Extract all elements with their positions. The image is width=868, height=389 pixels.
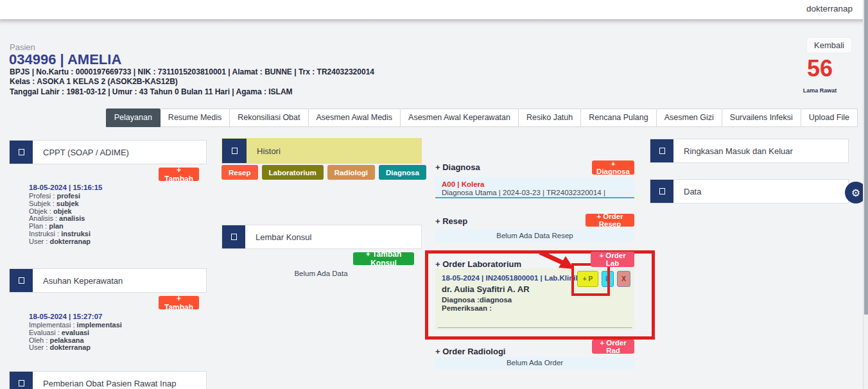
- order-lab-pemeriksaan-line: Pemeriksaan :: [442, 304, 492, 312]
- histori-card-header[interactable]: Histori: [221, 138, 422, 164]
- add-diagnosa-button[interactable]: + Diagnosa: [592, 160, 634, 175]
- order-lab-actions: + P E X: [577, 271, 630, 287]
- add-pemeriksaan-button[interactable]: + P: [577, 271, 598, 287]
- lembar-konsul-empty-text: Belum Ada Data: [221, 270, 421, 277]
- card-square-icon: [650, 139, 673, 162]
- lembar-konsul-title: Lembar Konsul: [245, 225, 311, 248]
- page: dokterranap Pasien 034996 | AMELIA BPJS …: [0, 0, 868, 389]
- diagnosa-heading: + Diagnosa: [435, 162, 480, 172]
- cppt-title: CPPT (SOAP / ADIME): [33, 141, 129, 164]
- order-radiologi-heading: + Order Radiologi: [435, 347, 505, 356]
- asuhan-title: Asuhan Keperawatan: [33, 269, 123, 292]
- logged-in-user[interactable]: dokterranap: [806, 4, 853, 13]
- entry-field: Userdokterranap: [29, 238, 102, 246]
- lembar-konsul-card-header[interactable]: Lembar Konsul: [221, 225, 422, 249]
- histori-laboratorium-button[interactable]: Laboratorium: [262, 165, 324, 180]
- asuhan-entry: 18-05-2024 | 15:27:07 Implementasiimplem…: [29, 313, 122, 352]
- cppt-add-button[interactable]: + Tambah: [159, 168, 199, 181]
- asuhan-add-button[interactable]: + Tambah: [159, 296, 199, 309]
- tambah-konsul-button[interactable]: + Tambah Konsul: [353, 252, 414, 265]
- card-square-icon: [10, 269, 33, 292]
- tab-resume-medis[interactable]: Resume Medis: [161, 108, 230, 127]
- data-card-header[interactable]: Data: [650, 179, 849, 203]
- tab-asesmen-awal-medis[interactable]: Asesmen Awal Medis: [309, 108, 401, 127]
- entry-field: Userdokterranap: [29, 344, 122, 352]
- histori-diagnosa-button[interactable]: Diagnosa: [379, 165, 426, 180]
- histori-radiologi-button[interactable]: Radiologi: [327, 165, 375, 180]
- order-lab-heading: + Order Laboratorium: [435, 259, 521, 269]
- data-title: Data: [673, 180, 701, 203]
- asuhan-entry-datetime: 18-05-2024 | 15:27:07: [29, 313, 122, 320]
- histori-buttons: Resep Laboratorium Radiologi Diagnosa: [221, 165, 426, 180]
- tab-pelayanan[interactable]: Pelayanan: [106, 108, 161, 127]
- annotation-arrow-icon: [538, 249, 575, 271]
- tab-survailens-infeksi[interactable]: Survailens Infeksi: [722, 108, 801, 127]
- order-lab-button[interactable]: + Order Lab: [591, 252, 634, 267]
- scrollbar-thumb[interactable]: [864, 0, 868, 315]
- histori-resep-button[interactable]: Resep: [221, 165, 258, 180]
- ringkasan-title: Ringkasan Masuk dan Keluar: [673, 139, 793, 162]
- card-square-icon: [222, 225, 245, 248]
- pemberian-obat-title: Pemberian Obat Pasien Rawat Inap: [33, 372, 176, 389]
- order-lab-diagnosa-line: Diagnosa :diagnosa: [442, 296, 512, 304]
- resep-heading: + Resep: [435, 216, 467, 226]
- lama-rawat-value: 56: [800, 55, 840, 82]
- ringkasan-card-header[interactable]: Ringkasan Masuk dan Keluar: [650, 139, 849, 163]
- card-square-icon: [650, 180, 673, 203]
- card-square-icon: [222, 139, 247, 163]
- tab-rekonsiliasi-obat[interactable]: Rekonsiliasi Obat: [230, 108, 308, 127]
- cppt-entry-datetime: 18-05-2024 | 15:16:15: [29, 184, 102, 191]
- delete-order-button[interactable]: X: [617, 271, 630, 287]
- vertical-scrollbar[interactable]: [863, 0, 868, 389]
- lama-rawat-label: Lama Rawat: [796, 87, 844, 94]
- tab-bar: Pelayanan Resume Medis Rekonsiliasi Obat…: [106, 108, 858, 127]
- radiologi-empty-box: Belum Ada Order: [435, 357, 634, 369]
- order-lab-entry-box: 18-05-2024 | IN24051800001 | Lab.Klinik …: [435, 268, 634, 330]
- patient-info-line: Tanggal Lahir : 1981-03-12 | Umur : 43 T…: [10, 87, 293, 96]
- order-lab-doctor: dr. Aulia Syafitri A. AR: [442, 284, 530, 294]
- histori-title: Histori: [247, 139, 281, 163]
- tab-rencana-pulang[interactable]: Rencana Pulang: [581, 108, 656, 127]
- tab-resiko-jatuh[interactable]: Resiko Jatuh: [519, 108, 581, 127]
- diagnosa-code: A00 | Kolera: [442, 180, 485, 188]
- cppt-entry: 18-05-2024 | 15:16:15 Profesiprofesi Sub…: [29, 184, 102, 246]
- pemberian-obat-card-header[interactable]: Pemberian Obat Pasien Rawat Inap: [9, 371, 207, 389]
- card-square-icon: [10, 372, 33, 389]
- header-shadow: [0, 19, 868, 26]
- asuhan-card-header[interactable]: Asuhan Keperawatan: [9, 268, 207, 293]
- tab-asesmen-awal-keperawatan[interactable]: Asesmen Awal Keperawatan: [401, 108, 519, 127]
- gear-icon: ⚙: [851, 187, 860, 199]
- patient-info-line: BPJS | No.Kartu : 0000197669733 | NIK : …: [10, 67, 374, 76]
- edit-order-button[interactable]: E: [602, 271, 614, 287]
- order-resep-button[interactable]: + Order Resep: [586, 214, 634, 227]
- order-lab-entry-meta[interactable]: 18-05-2024 | IN24051800001 | Lab.Klinik: [442, 274, 580, 282]
- patient-title: 034996 | AMELIA: [9, 51, 121, 68]
- cppt-card-header[interactable]: CPPT (SOAP / ADIME): [9, 140, 207, 164]
- patient-section-label: Pasien: [10, 42, 35, 52]
- top-bar: dokterranap: [0, 0, 868, 19]
- tab-asesmen-gizi[interactable]: Asesmen Gizi: [657, 108, 722, 127]
- card-square-icon: [10, 141, 33, 164]
- order-rad-button[interactable]: + Order Rad: [592, 340, 634, 354]
- resep-empty-box: Belum Ada Data Resep: [435, 230, 634, 242]
- divider: [438, 327, 632, 328]
- tab-upload-file[interactable]: Upload File: [801, 108, 858, 127]
- diagnosa-entry-box: A00 | Kolera Diagnosa Utama | 2024-03-23…: [435, 177, 634, 198]
- diagnosa-detail: Diagnosa Utama | 2024-03-23 | TR24032320…: [442, 189, 605, 196]
- patient-info-line: Kelas : ASOKA 1 KELAS 2 (ASOK2B-KAS12B): [10, 77, 178, 86]
- back-button[interactable]: Kembali: [806, 37, 852, 53]
